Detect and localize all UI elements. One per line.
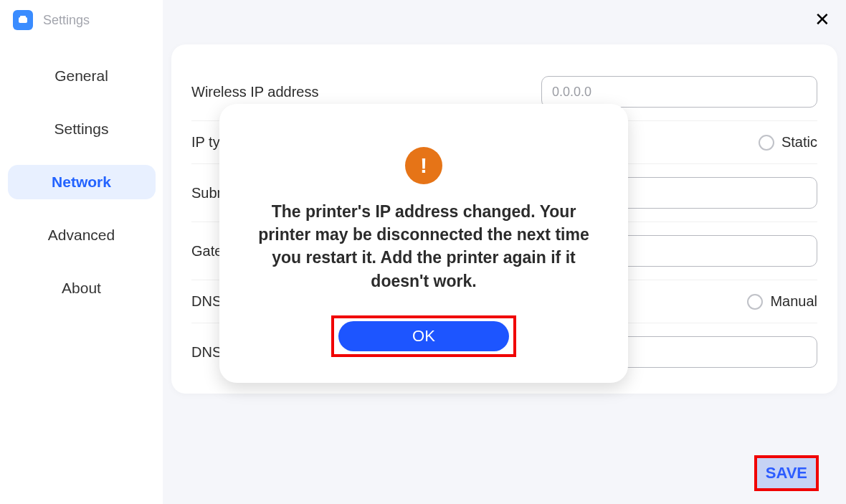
input-wireless-ip[interactable] xyxy=(541,76,817,108)
sidebar-item-network[interactable]: Network xyxy=(8,165,156,199)
svg-rect-1 xyxy=(20,16,26,19)
sidebar-item-label: Network xyxy=(52,173,111,190)
sidebar-item-label: About xyxy=(62,280,101,296)
ok-button[interactable]: OK xyxy=(338,321,509,351)
app-icon xyxy=(13,10,33,30)
ok-button-highlight: OK xyxy=(334,318,513,354)
sidebar-item-label: Advanced xyxy=(48,227,115,243)
sidebar-item-label: Settings xyxy=(54,120,109,137)
page-title: Settings xyxy=(43,13,90,28)
sidebar-item-advanced[interactable]: Advanced xyxy=(8,218,156,252)
radio-label: Manual xyxy=(770,293,817,310)
alert-message: The printer's IP address changed. Your p… xyxy=(248,200,599,293)
radio-icon xyxy=(759,135,774,151)
sidebar-item-settings[interactable]: Settings xyxy=(8,112,156,146)
radio-static[interactable]: Static xyxy=(759,134,817,151)
alert-dialog: ! The printer's IP address changed. Your… xyxy=(219,104,628,383)
close-icon[interactable]: ✕ xyxy=(814,9,830,31)
label-wireless-ip: Wireless IP address xyxy=(191,84,318,100)
sidebar: Settings General Settings Network Advanc… xyxy=(0,0,163,504)
alert-icon: ! xyxy=(405,147,442,184)
sidebar-item-general[interactable]: General xyxy=(8,59,156,93)
radio-icon xyxy=(747,294,763,310)
save-button-highlight: SAVE xyxy=(757,458,816,488)
save-button[interactable]: SAVE xyxy=(757,458,816,488)
sidebar-header: Settings xyxy=(0,10,163,50)
radio-label: Static xyxy=(781,134,817,151)
sidebar-item-label: General xyxy=(54,67,108,84)
radio-manual[interactable]: Manual xyxy=(747,293,817,310)
sidebar-nav: General Settings Network Advanced About xyxy=(0,50,163,305)
sidebar-item-about[interactable]: About xyxy=(8,271,156,305)
